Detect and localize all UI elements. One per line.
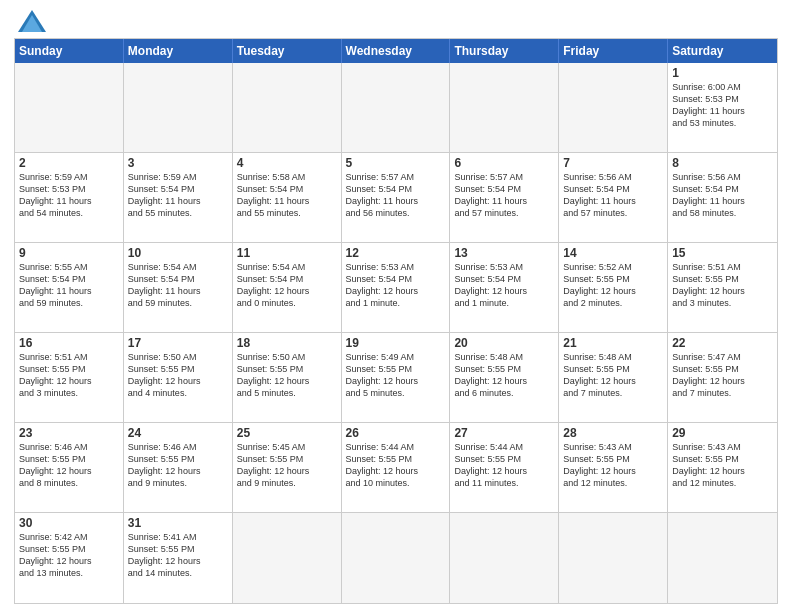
page: SundayMondayTuesdayWednesdayThursdayFrid… xyxy=(0,0,792,612)
weekday-header-sunday: Sunday xyxy=(15,39,124,63)
cal-cell: 1Sunrise: 6:00 AM Sunset: 5:53 PM Daylig… xyxy=(668,63,777,153)
day-info: Sunrise: 5:44 AM Sunset: 5:55 PM Dayligh… xyxy=(346,441,446,490)
day-number: 9 xyxy=(19,246,119,260)
cal-cell: 29Sunrise: 5:43 AM Sunset: 5:55 PM Dayli… xyxy=(668,423,777,513)
day-number: 8 xyxy=(672,156,773,170)
weekday-header-thursday: Thursday xyxy=(450,39,559,63)
day-info: Sunrise: 5:50 AM Sunset: 5:55 PM Dayligh… xyxy=(237,351,337,400)
day-number: 19 xyxy=(346,336,446,350)
cal-cell: 14Sunrise: 5:52 AM Sunset: 5:55 PM Dayli… xyxy=(559,243,668,333)
day-number: 13 xyxy=(454,246,554,260)
cal-cell: 26Sunrise: 5:44 AM Sunset: 5:55 PM Dayli… xyxy=(342,423,451,513)
cal-cell: 17Sunrise: 5:50 AM Sunset: 5:55 PM Dayli… xyxy=(124,333,233,423)
cal-cell: 20Sunrise: 5:48 AM Sunset: 5:55 PM Dayli… xyxy=(450,333,559,423)
cal-cell: 24Sunrise: 5:46 AM Sunset: 5:55 PM Dayli… xyxy=(124,423,233,513)
day-number: 30 xyxy=(19,516,119,530)
weekday-header-saturday: Saturday xyxy=(668,39,777,63)
weekday-header-wednesday: Wednesday xyxy=(342,39,451,63)
cal-cell: 9Sunrise: 5:55 AM Sunset: 5:54 PM Daylig… xyxy=(15,243,124,333)
day-info: Sunrise: 6:00 AM Sunset: 5:53 PM Dayligh… xyxy=(672,81,773,130)
day-number: 15 xyxy=(672,246,773,260)
day-info: Sunrise: 5:43 AM Sunset: 5:55 PM Dayligh… xyxy=(672,441,773,490)
cal-cell: 30Sunrise: 5:42 AM Sunset: 5:55 PM Dayli… xyxy=(15,513,124,603)
weekday-header-tuesday: Tuesday xyxy=(233,39,342,63)
cal-cell xyxy=(342,513,451,603)
day-number: 21 xyxy=(563,336,663,350)
day-info: Sunrise: 5:53 AM Sunset: 5:54 PM Dayligh… xyxy=(346,261,446,310)
cal-cell: 25Sunrise: 5:45 AM Sunset: 5:55 PM Dayli… xyxy=(233,423,342,513)
day-info: Sunrise: 5:52 AM Sunset: 5:55 PM Dayligh… xyxy=(563,261,663,310)
cal-cell: 6Sunrise: 5:57 AM Sunset: 5:54 PM Daylig… xyxy=(450,153,559,243)
cal-cell: 15Sunrise: 5:51 AM Sunset: 5:55 PM Dayli… xyxy=(668,243,777,333)
day-info: Sunrise: 5:58 AM Sunset: 5:54 PM Dayligh… xyxy=(237,171,337,220)
cal-cell xyxy=(124,63,233,153)
cal-cell: 16Sunrise: 5:51 AM Sunset: 5:55 PM Dayli… xyxy=(15,333,124,423)
day-info: Sunrise: 5:54 AM Sunset: 5:54 PM Dayligh… xyxy=(237,261,337,310)
cal-cell: 22Sunrise: 5:47 AM Sunset: 5:55 PM Dayli… xyxy=(668,333,777,423)
cal-cell: 21Sunrise: 5:48 AM Sunset: 5:55 PM Dayli… xyxy=(559,333,668,423)
cal-cell: 19Sunrise: 5:49 AM Sunset: 5:55 PM Dayli… xyxy=(342,333,451,423)
day-number: 3 xyxy=(128,156,228,170)
cal-cell xyxy=(15,63,124,153)
day-number: 1 xyxy=(672,66,773,80)
cal-cell xyxy=(342,63,451,153)
cal-cell: 10Sunrise: 5:54 AM Sunset: 5:54 PM Dayli… xyxy=(124,243,233,333)
day-info: Sunrise: 5:42 AM Sunset: 5:55 PM Dayligh… xyxy=(19,531,119,580)
day-info: Sunrise: 5:55 AM Sunset: 5:54 PM Dayligh… xyxy=(19,261,119,310)
day-info: Sunrise: 5:51 AM Sunset: 5:55 PM Dayligh… xyxy=(19,351,119,400)
logo-icon xyxy=(18,10,46,32)
day-info: Sunrise: 5:45 AM Sunset: 5:55 PM Dayligh… xyxy=(237,441,337,490)
day-info: Sunrise: 5:44 AM Sunset: 5:55 PM Dayligh… xyxy=(454,441,554,490)
day-info: Sunrise: 5:57 AM Sunset: 5:54 PM Dayligh… xyxy=(454,171,554,220)
cal-cell xyxy=(233,513,342,603)
day-info: Sunrise: 5:49 AM Sunset: 5:55 PM Dayligh… xyxy=(346,351,446,400)
cal-cell xyxy=(559,63,668,153)
day-number: 18 xyxy=(237,336,337,350)
cal-cell xyxy=(450,513,559,603)
cal-cell: 11Sunrise: 5:54 AM Sunset: 5:54 PM Dayli… xyxy=(233,243,342,333)
day-number: 10 xyxy=(128,246,228,260)
cal-cell: 31Sunrise: 5:41 AM Sunset: 5:55 PM Dayli… xyxy=(124,513,233,603)
cal-cell: 13Sunrise: 5:53 AM Sunset: 5:54 PM Dayli… xyxy=(450,243,559,333)
day-info: Sunrise: 5:57 AM Sunset: 5:54 PM Dayligh… xyxy=(346,171,446,220)
day-number: 6 xyxy=(454,156,554,170)
day-info: Sunrise: 5:46 AM Sunset: 5:55 PM Dayligh… xyxy=(128,441,228,490)
day-info: Sunrise: 5:48 AM Sunset: 5:55 PM Dayligh… xyxy=(563,351,663,400)
day-number: 14 xyxy=(563,246,663,260)
day-number: 12 xyxy=(346,246,446,260)
cal-cell xyxy=(668,513,777,603)
calendar-body: 1Sunrise: 6:00 AM Sunset: 5:53 PM Daylig… xyxy=(15,63,777,603)
day-number: 24 xyxy=(128,426,228,440)
day-info: Sunrise: 5:59 AM Sunset: 5:54 PM Dayligh… xyxy=(128,171,228,220)
cal-cell: 8Sunrise: 5:56 AM Sunset: 5:54 PM Daylig… xyxy=(668,153,777,243)
day-number: 17 xyxy=(128,336,228,350)
day-number: 26 xyxy=(346,426,446,440)
cal-cell: 18Sunrise: 5:50 AM Sunset: 5:55 PM Dayli… xyxy=(233,333,342,423)
day-info: Sunrise: 5:59 AM Sunset: 5:53 PM Dayligh… xyxy=(19,171,119,220)
cal-cell: 7Sunrise: 5:56 AM Sunset: 5:54 PM Daylig… xyxy=(559,153,668,243)
day-number: 29 xyxy=(672,426,773,440)
day-number: 22 xyxy=(672,336,773,350)
logo xyxy=(14,10,46,32)
day-info: Sunrise: 5:50 AM Sunset: 5:55 PM Dayligh… xyxy=(128,351,228,400)
day-info: Sunrise: 5:51 AM Sunset: 5:55 PM Dayligh… xyxy=(672,261,773,310)
day-number: 7 xyxy=(563,156,663,170)
day-info: Sunrise: 5:43 AM Sunset: 5:55 PM Dayligh… xyxy=(563,441,663,490)
day-info: Sunrise: 5:46 AM Sunset: 5:55 PM Dayligh… xyxy=(19,441,119,490)
weekday-header-monday: Monday xyxy=(124,39,233,63)
weekday-header-friday: Friday xyxy=(559,39,668,63)
day-number: 20 xyxy=(454,336,554,350)
day-info: Sunrise: 5:47 AM Sunset: 5:55 PM Dayligh… xyxy=(672,351,773,400)
day-number: 28 xyxy=(563,426,663,440)
day-info: Sunrise: 5:48 AM Sunset: 5:55 PM Dayligh… xyxy=(454,351,554,400)
day-number: 4 xyxy=(237,156,337,170)
cal-cell: 5Sunrise: 5:57 AM Sunset: 5:54 PM Daylig… xyxy=(342,153,451,243)
day-info: Sunrise: 5:56 AM Sunset: 5:54 PM Dayligh… xyxy=(563,171,663,220)
day-info: Sunrise: 5:56 AM Sunset: 5:54 PM Dayligh… xyxy=(672,171,773,220)
cal-cell: 27Sunrise: 5:44 AM Sunset: 5:55 PM Dayli… xyxy=(450,423,559,513)
header xyxy=(14,10,778,32)
cal-cell: 23Sunrise: 5:46 AM Sunset: 5:55 PM Dayli… xyxy=(15,423,124,513)
cal-cell xyxy=(450,63,559,153)
day-number: 5 xyxy=(346,156,446,170)
day-info: Sunrise: 5:54 AM Sunset: 5:54 PM Dayligh… xyxy=(128,261,228,310)
